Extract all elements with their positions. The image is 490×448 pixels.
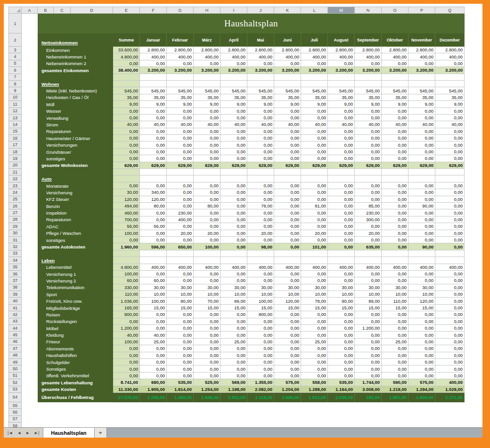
cell[interactable]: 2.800,00 xyxy=(167,47,194,53)
cell[interactable]: 0,00 xyxy=(435,115,465,121)
row-number-54[interactable]: 54 xyxy=(8,393,22,402)
cell[interactable]: 0,00 xyxy=(408,216,435,223)
row-label-cell[interactable]: Nebeneinkommen 1 xyxy=(38,53,113,60)
cell[interactable] xyxy=(220,257,247,264)
cell[interactable]: 0,00 xyxy=(301,318,328,325)
cell[interactable]: 0,00 xyxy=(301,189,328,196)
cell[interactable]: 40,00 xyxy=(435,121,465,128)
cell[interactable]: 0,00 xyxy=(247,237,274,243)
cell[interactable]: 0,00 xyxy=(247,183,274,189)
cell[interactable]: 0,00 xyxy=(247,209,274,216)
cell[interactable]: 3.200,00 xyxy=(301,67,328,74)
cell[interactable]: 400,00 xyxy=(301,53,328,60)
cell[interactable]: 0,00 xyxy=(247,108,274,115)
cell[interactable] xyxy=(140,81,167,87)
cell[interactable]: 0,00 xyxy=(328,352,355,359)
cell[interactable]: 0,00 xyxy=(194,108,220,115)
row-number-56[interactable]: 56 xyxy=(8,409,22,415)
cell[interactable]: 1.912,00 xyxy=(301,393,328,402)
cell[interactable] xyxy=(301,74,328,81)
cell[interactable]: 0,00 xyxy=(382,345,408,352)
cell[interactable]: 1.204,00 xyxy=(274,386,301,393)
cell[interactable]: 10,00 xyxy=(194,291,220,298)
cell[interactable]: 0,00 xyxy=(274,243,301,250)
cell[interactable]: 629,00 xyxy=(220,162,247,169)
cell[interactable]: 0,00 xyxy=(140,352,167,359)
cell[interactable]: 0,00 xyxy=(167,108,194,115)
cell[interactable]: 0,00 xyxy=(274,128,301,135)
month-header-Februar[interactable]: Februar xyxy=(167,33,194,47)
row-label-cell[interactable] xyxy=(38,169,113,175)
cell[interactable]: 0,00 xyxy=(355,149,382,155)
cell[interactable] xyxy=(408,257,435,264)
row-number-6[interactable]: 6 xyxy=(8,67,22,74)
cell[interactable]: 0,00 xyxy=(274,141,301,148)
cell[interactable]: 0,00 xyxy=(140,115,167,121)
cell[interactable]: 0,00 xyxy=(247,365,274,372)
row-label-cell[interactable]: Schulgelder xyxy=(38,359,113,365)
cell[interactable]: 120,00 xyxy=(113,196,140,203)
cell[interactable] xyxy=(355,250,382,257)
cell[interactable]: 15,00 xyxy=(220,305,247,311)
cell[interactable]: 60,00 xyxy=(113,277,140,284)
cell[interactable]: 400,00 xyxy=(435,264,465,271)
row-label-cell[interactable]: Hausmeister / Gärtner xyxy=(38,135,113,141)
row-number-41[interactable]: 41 xyxy=(8,305,22,311)
cell[interactable]: 30,00 xyxy=(382,284,408,291)
cell[interactable]: 0,00 xyxy=(301,373,328,379)
cell[interactable] xyxy=(113,175,140,182)
cell[interactable]: 2.800,00 xyxy=(328,47,355,53)
cell[interactable]: 0,00 xyxy=(408,345,435,352)
cell[interactable]: 80,00 xyxy=(140,203,167,209)
cell[interactable]: 0,00 xyxy=(328,339,355,345)
cell[interactable]: 590,00 xyxy=(382,379,408,386)
cell[interactable]: 0,00 xyxy=(382,271,408,277)
row-number-55[interactable]: 55 xyxy=(8,402,22,409)
cell[interactable]: 400,00 xyxy=(167,53,194,60)
cell[interactable]: 10,00 xyxy=(274,291,301,298)
cell[interactable]: 0,00 xyxy=(167,339,194,345)
cell[interactable]: 0,00 xyxy=(220,345,247,352)
cell[interactable] xyxy=(328,81,355,87)
cell[interactable]: 400,00 xyxy=(220,53,247,60)
row-label-cell[interactable]: Rückstellungen xyxy=(38,318,113,325)
cell[interactable] xyxy=(194,169,220,175)
cell[interactable]: 0,00 xyxy=(194,196,220,203)
row-number-28[interactable]: 28 xyxy=(8,216,22,223)
cell[interactable]: 80,00 xyxy=(328,298,355,304)
cell[interactable]: 0,00 xyxy=(435,60,465,67)
cell[interactable]: 0,00 xyxy=(220,325,247,332)
cell[interactable]: 0,00 xyxy=(194,332,220,338)
cell[interactable]: 15,00 xyxy=(408,305,435,311)
cell[interactable] xyxy=(247,169,274,175)
column-header-Q[interactable]: Q xyxy=(435,7,465,14)
cell[interactable]: 0,00 xyxy=(167,203,194,209)
row-label-cell[interactable]: Wasser xyxy=(38,108,113,115)
cell[interactable]: 700,00 xyxy=(113,216,140,223)
cell[interactable]: 0,00 xyxy=(355,128,382,135)
cell[interactable]: 1.164,00 xyxy=(328,386,355,393)
cell[interactable]: 0,00 xyxy=(328,277,355,284)
cell[interactable]: 0,00 xyxy=(274,365,301,372)
cell[interactable]: 9,00 xyxy=(140,101,167,108)
cell[interactable]: 0,00 xyxy=(435,135,465,141)
cell[interactable]: 0,00 xyxy=(140,271,167,277)
cell[interactable]: 629,00 xyxy=(408,162,435,169)
cell[interactable]: 0,00 xyxy=(408,325,435,332)
cell[interactable]: 0,00 xyxy=(194,311,220,318)
cell[interactable] xyxy=(355,74,382,81)
cell[interactable]: 40,00 xyxy=(274,121,301,128)
row-label-cell[interactable] xyxy=(38,74,113,81)
cell[interactable]: 0,00 xyxy=(220,135,247,141)
cell[interactable]: 30,00 xyxy=(140,284,167,291)
cell[interactable] xyxy=(220,74,247,81)
cell[interactable]: 0,00 xyxy=(247,277,274,284)
cell[interactable] xyxy=(435,81,465,87)
cell[interactable]: 0,00 xyxy=(328,243,355,250)
cell[interactable]: 10,00 xyxy=(301,291,328,298)
cell[interactable]: 0,00 xyxy=(194,339,220,345)
cell[interactable] xyxy=(301,257,328,264)
row-number-42[interactable]: 42 xyxy=(8,311,22,318)
column-header-N[interactable]: N xyxy=(355,7,382,14)
row-label-cell[interactable]: Überschuss / Fehlbetrag xyxy=(38,393,113,402)
